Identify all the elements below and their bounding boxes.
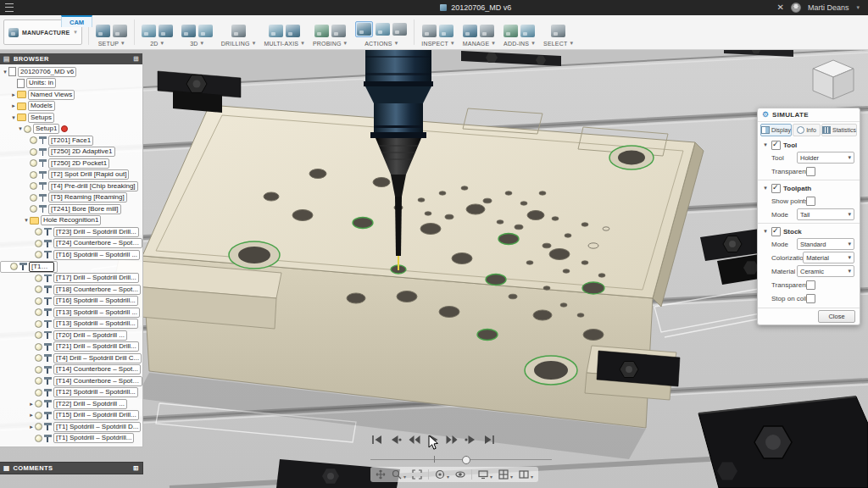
tree-item-operation[interactable]: ▸[T15] Drill – Spotdrill Drill...: [0, 410, 142, 422]
stop-on-collision-checkbox[interactable]: [806, 294, 815, 303]
collapse-arrow-icon[interactable]: ▾: [762, 228, 769, 235]
browser-header[interactable]: ▤ BROWSER ⊞: [0, 53, 142, 64]
visibility-icon[interactable]: [35, 251, 42, 258]
tree-item-models[interactable]: ▸Models: [0, 101, 142, 113]
tool-transparent-checkbox[interactable]: [806, 167, 815, 176]
next-operation-button[interactable]: [465, 435, 476, 445]
visibility-icon[interactable]: [35, 286, 42, 293]
new-folder-icon[interactable]: [113, 25, 127, 37]
viewports-icon[interactable]: ▾: [519, 469, 533, 480]
visibility-icon[interactable]: [24, 125, 31, 133]
tree-item-operation[interactable]: ▸[T1] Spotdrill – Spotdrill D...: [0, 421, 142, 433]
tree-item-operation[interactable]: [T12] Spotdrill – Spotdrill...: [0, 387, 142, 399]
visibility-icon[interactable]: [30, 171, 37, 179]
go-to-beginning-button[interactable]: [371, 435, 383, 445]
timeline-handle[interactable]: [462, 456, 470, 464]
visibility-icon[interactable]: [30, 182, 37, 190]
expand-arrow-icon[interactable]: ▾: [2, 69, 8, 75]
ribbon-group-label-add-ins[interactable]: ADD-INS▾: [504, 40, 535, 47]
visibility-icon[interactable]: [30, 159, 37, 167]
2d-pocket-icon[interactable]: [142, 25, 156, 37]
expand-arrow-icon[interactable]: ▸: [28, 424, 35, 430]
scripts-add-ins-icon[interactable]: [504, 25, 518, 37]
visibility-icon[interactable]: [35, 297, 42, 305]
drilling-icon[interactable]: [231, 25, 246, 37]
ribbon-group-label-3d[interactable]: 3D▾: [190, 40, 203, 47]
tree-item-operation[interactable]: [T20] Drill – Spotdrill ...: [0, 330, 142, 341]
visibility-icon[interactable]: [35, 343, 42, 351]
visibility-icon[interactable]: [30, 136, 37, 144]
ribbon-group-label-setup[interactable]: SETUP▾: [98, 40, 125, 47]
tree-item-units[interactable]: Units: in: [0, 78, 142, 90]
stock-section-header[interactable]: ▾ Stock: [758, 225, 860, 237]
expand-arrow-icon[interactable]: ▾: [10, 114, 17, 121]
simulate-icon[interactable]: [357, 23, 371, 36]
post-process-icon[interactable]: [376, 23, 390, 36]
pan-icon[interactable]: [376, 469, 386, 480]
visibility-icon[interactable]: [35, 400, 42, 408]
tab-display[interactable]: Display: [760, 124, 792, 136]
stock-transparent-checkbox[interactable]: [806, 280, 815, 290]
inspect-surface-icon[interactable]: [331, 25, 346, 37]
expand-icon[interactable]: ⊞: [133, 464, 139, 472]
material-select[interactable]: Ceramic▾: [797, 265, 854, 277]
simulate-header[interactable]: ⚙ SIMULATE: [758, 108, 860, 122]
2d-contour-icon[interactable]: [159, 25, 173, 37]
tree-item-operation[interactable]: [T18] Counterbore – Spot...: [0, 284, 142, 296]
tree-item-operation[interactable]: [T17] Drill – Spotdrill Drill...: [0, 273, 142, 285]
tab-cam[interactable]: CAM: [61, 15, 92, 27]
app-store-icon[interactable]: [520, 25, 535, 37]
ribbon-group-label-select[interactable]: SELECT▾: [543, 40, 573, 47]
tree-item-operation[interactable]: [T21] Drill – Spotdrill Drill...: [0, 341, 142, 353]
tool-select[interactable]: Holder▾: [797, 152, 854, 164]
visibility-icon[interactable]: [10, 263, 18, 270]
visibility-icon[interactable]: [30, 194, 37, 202]
setup-sheet-icon[interactable]: [392, 23, 407, 36]
ribbon-group-label-probing[interactable]: PROBING▾: [313, 40, 347, 47]
comments-panel[interactable]: ▤ COMMENTS ⊞: [0, 462, 143, 474]
tree-item-setups[interactable]: ▾Setups: [0, 112, 142, 124]
close-button[interactable]: Close: [818, 310, 855, 323]
tree-item-operation[interactable]: [T23] Drill – Spotdrill Drill...: [0, 226, 142, 238]
visibility-icon[interactable]: [35, 435, 42, 442]
expand-arrow-icon[interactable]: ▸: [28, 401, 35, 408]
expand-arrow-icon[interactable]: ▸: [28, 412, 35, 419]
step-forward-button[interactable]: [446, 435, 458, 445]
ribbon-group-label-multi-axis[interactable]: MULTI-AXIS▾: [264, 40, 303, 47]
tree-item-root[interactable]: ▾20120706_MD v6: [0, 66, 142, 78]
stock-section-checkbox[interactable]: [771, 227, 781, 236]
visibility-icon[interactable]: [35, 320, 42, 328]
parallel-icon[interactable]: [198, 25, 213, 37]
probe-icon[interactable]: [314, 25, 329, 37]
swarf-icon[interactable]: [269, 25, 283, 37]
zoom-icon[interactable]: ▾: [392, 469, 406, 480]
visibility-icon[interactable]: [35, 274, 42, 282]
expand-arrow-icon[interactable]: ▸: [10, 103, 17, 109]
timeline-track[interactable]: [370, 459, 552, 460]
orbit-icon[interactable]: ▾: [435, 469, 449, 480]
tree-item-operation[interactable]: [T241] Bore [Bore mill]: [0, 203, 142, 215]
go-to-end-button[interactable]: [483, 435, 495, 445]
visibility-icon[interactable]: [35, 377, 42, 385]
task-manager-icon[interactable]: [480, 25, 494, 37]
section-analysis-icon[interactable]: [439, 25, 453, 37]
dock-icon[interactable]: ⊞: [133, 56, 139, 63]
tree-item-operation[interactable]: [T4] Drill – Spotdrill Drill C...: [0, 352, 142, 364]
ribbon-group-label-2d[interactable]: 2D▾: [150, 40, 164, 47]
tree-item-operation[interactable]: ▸[T22] Drill – Spotdrill ...: [0, 398, 142, 410]
user-name[interactable]: Marti Deans: [808, 3, 849, 12]
tree-item-operation[interactable]: [T16] Spotdrill – Spotdrill ...: [0, 249, 142, 261]
view-cube[interactable]: [805, 54, 861, 103]
visibility-icon[interactable]: [30, 148, 37, 156]
visibility-icon[interactable]: [35, 240, 42, 247]
tree-item-named-views[interactable]: ▸Named Views: [0, 89, 142, 101]
colorization-select[interactable]: Material▾: [803, 252, 854, 263]
tree-item-operation[interactable]: [T4] Pre-drill [Chip breaking]: [0, 180, 142, 192]
visibility-icon[interactable]: [30, 205, 37, 213]
ribbon-group-label-manage[interactable]: MANAGE▾: [463, 40, 495, 47]
tree-item-operation-selected[interactable]: [T17] Drill – Spotdrill Drill ...: [0, 261, 58, 273]
tool-section-header[interactable]: ▾ Tool: [758, 139, 860, 151]
tool-library-icon[interactable]: [463, 25, 477, 37]
stock-mode-select[interactable]: Standard▾: [797, 238, 854, 250]
close-icon[interactable]: ✕: [777, 3, 784, 12]
